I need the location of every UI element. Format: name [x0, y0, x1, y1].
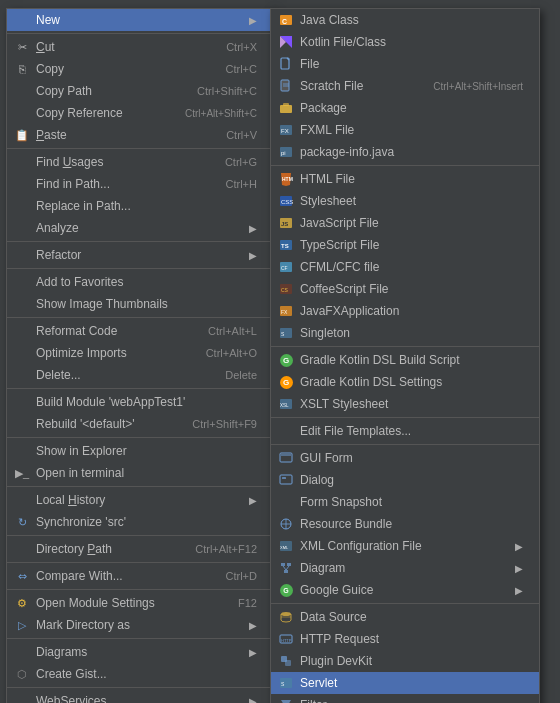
- menu-item-open-terminal[interactable]: ▶_ Open in terminal: [7, 462, 273, 484]
- webservices-label: WebServices: [36, 694, 241, 703]
- menu-item-delete[interactable]: Delete... Delete: [7, 364, 273, 386]
- sep10: [7, 562, 273, 563]
- copy-icon: ⎘: [13, 60, 31, 78]
- svg-rect-9: [280, 105, 292, 113]
- menu-item-find-usages[interactable]: Find Usages Ctrl+G: [7, 151, 273, 173]
- resource-label: Resource Bundle: [300, 517, 523, 531]
- menu-item-http-request[interactable]: HTTP HTTP Request: [271, 628, 539, 650]
- menu-item-xml-config[interactable]: XML XML Configuration File ▶: [271, 535, 539, 557]
- menu-item-package-info[interactable]: pi package-info.java: [271, 141, 539, 163]
- form-snapshot-label: Form Snapshot: [300, 495, 523, 509]
- dialog-icon: [277, 471, 295, 489]
- menu-item-create-gist[interactable]: ⬡ Create Gist...: [7, 663, 273, 685]
- svg-text:CSS: CSS: [281, 199, 293, 205]
- menu-item-diagrams[interactable]: Diagrams ▶: [7, 641, 273, 663]
- menu-item-reformat[interactable]: Reformat Code Ctrl+Alt+L: [7, 320, 273, 342]
- menu-item-kotlin[interactable]: Kotlin File/Class: [271, 31, 539, 53]
- menu-item-open-module[interactable]: ⚙ Open Module Settings F12: [7, 592, 273, 614]
- menu-item-compare[interactable]: ⇔ Compare With... Ctrl+D: [7, 565, 273, 587]
- diagram-label: Diagram: [300, 561, 507, 575]
- copy-ref-label: Copy Reference: [36, 106, 165, 120]
- menu-item-scratch[interactable]: Scratch File Ctrl+Alt+Shift+Insert: [271, 75, 539, 97]
- svg-rect-4: [281, 58, 289, 69]
- menu-item-edit-templates[interactable]: Edit File Templates...: [271, 420, 539, 442]
- menu-item-dir-path[interactable]: Directory Path Ctrl+Alt+F12: [7, 538, 273, 560]
- replace-path-icon: [13, 197, 31, 215]
- thumbnails-label: Show Image Thumbnails: [36, 297, 257, 311]
- webservices-icon: [13, 692, 31, 703]
- menu-item-xslt[interactable]: XSL XSLT Stylesheet: [271, 393, 539, 415]
- menu-item-synchronize[interactable]: ↻ Synchronize 'src': [7, 511, 273, 533]
- menu-item-mark-dir[interactable]: ▷ Mark Directory as ▶: [7, 614, 273, 636]
- mark-icon: ▷: [13, 616, 31, 634]
- menu-item-coffee[interactable]: CS CoffeeScript File: [271, 278, 539, 300]
- menu-item-local-history[interactable]: Local History ▶: [7, 489, 273, 511]
- menu-item-analyze[interactable]: Analyze ▶: [7, 217, 273, 239]
- kotlin-icon: [277, 33, 295, 51]
- menu-item-file[interactable]: File: [271, 53, 539, 75]
- explorer-label: Show in Explorer: [36, 444, 257, 458]
- find-path-shortcut: Ctrl+H: [226, 178, 257, 190]
- menu-item-paste[interactable]: 📋 Paste Ctrl+V: [7, 124, 273, 146]
- gradle-build-label: Gradle Kotlin DSL Build Script: [300, 353, 523, 367]
- menu-item-rebuild[interactable]: Rebuild '<default>' Ctrl+Shift+F9: [7, 413, 273, 435]
- build-icon: [13, 393, 31, 411]
- menu-item-gui-form[interactable]: GUI Form: [271, 447, 539, 469]
- menu-item-dialog[interactable]: Dialog: [271, 469, 539, 491]
- svg-text:C: C: [282, 18, 287, 25]
- gist-icon: ⬡: [13, 665, 31, 683]
- menu-item-find-path[interactable]: Find in Path... Ctrl+H: [7, 173, 273, 195]
- guice-icon: G: [277, 581, 295, 599]
- menu-item-javascript[interactable]: JS JavaScript File: [271, 212, 539, 234]
- gradle-build-icon: G: [277, 351, 295, 369]
- cut-label: Cut: [36, 40, 206, 54]
- menu-item-webservices[interactable]: WebServices ▶: [7, 690, 273, 703]
- menu-item-cfml[interactable]: CF CFML/CFC file: [271, 256, 539, 278]
- menu-item-new[interactable]: New ▶: [7, 9, 273, 31]
- menu-item-data-source[interactable]: Data Source: [271, 606, 539, 628]
- java-class-icon: C: [277, 11, 295, 29]
- menu-item-javafx[interactable]: FX JavaFXApplication: [271, 300, 539, 322]
- sep1: [7, 33, 273, 34]
- find-usages-shortcut: Ctrl+G: [225, 156, 257, 168]
- menu-item-singleton[interactable]: S Singleton: [271, 322, 539, 344]
- menu-item-filter[interactable]: Filter: [271, 694, 539, 703]
- analyze-icon: [13, 219, 31, 237]
- coffee-label: CoffeeScript File: [300, 282, 523, 296]
- history-label: Local History: [36, 493, 241, 507]
- menu-item-package[interactable]: Package: [271, 97, 539, 119]
- menu-item-copy-reference[interactable]: Copy Reference Ctrl+Alt+Shift+C: [7, 102, 273, 124]
- menu-item-gradle-kotlin-settings[interactable]: G Gradle Kotlin DSL Settings: [271, 371, 539, 393]
- cfml-icon: CF: [277, 258, 295, 276]
- menu-item-plugin-devkit[interactable]: Plugin DevKit: [271, 650, 539, 672]
- javafx-icon: FX: [277, 302, 295, 320]
- menu-item-favorites[interactable]: Add to Favorites: [7, 271, 273, 293]
- dialog-label: Dialog: [300, 473, 523, 487]
- cut-icon: ✂: [13, 38, 31, 56]
- menu-item-refactor[interactable]: Refactor ▶: [7, 244, 273, 266]
- menu-item-diagram[interactable]: Diagram ▶: [271, 557, 539, 579]
- menu-item-html[interactable]: HTM HTML File: [271, 168, 539, 190]
- menu-item-form-snapshot[interactable]: Form Snapshot: [271, 491, 539, 513]
- svg-text:HTTP: HTTP: [281, 638, 292, 643]
- menu-item-optimize[interactable]: Optimize Imports Ctrl+Alt+O: [7, 342, 273, 364]
- menu-item-fxml[interactable]: FX FXML File: [271, 119, 539, 141]
- menu-item-stylesheet[interactable]: CSS Stylesheet: [271, 190, 539, 212]
- sep11: [7, 589, 273, 590]
- menu-item-build-module[interactable]: Build Module 'webAppTest1': [7, 391, 273, 413]
- menu-item-google-guice[interactable]: G Google Guice ▶: [271, 579, 539, 601]
- menu-item-copy-path[interactable]: Copy Path Ctrl+Shift+C: [7, 80, 273, 102]
- menu-item-cut[interactable]: ✂ Cut Ctrl+X: [7, 36, 273, 58]
- new-arrow: ▶: [249, 15, 257, 26]
- explorer-icon: [13, 442, 31, 460]
- menu-item-thumbnails[interactable]: Show Image Thumbnails: [7, 293, 273, 315]
- compare-shortcut: Ctrl+D: [226, 570, 257, 582]
- menu-item-typescript[interactable]: TS TypeScript File: [271, 234, 539, 256]
- menu-item-gradle-kotlin-build[interactable]: G Gradle Kotlin DSL Build Script: [271, 349, 539, 371]
- menu-item-copy[interactable]: ⎘ Copy Ctrl+C: [7, 58, 273, 80]
- menu-item-replace-path[interactable]: Replace in Path...: [7, 195, 273, 217]
- menu-item-servlet[interactable]: S Servlet: [271, 672, 539, 694]
- menu-item-resource-bundle[interactable]: Resource Bundle: [271, 513, 539, 535]
- menu-item-java-class[interactable]: C Java Class: [271, 9, 539, 31]
- menu-item-show-explorer[interactable]: Show in Explorer: [7, 440, 273, 462]
